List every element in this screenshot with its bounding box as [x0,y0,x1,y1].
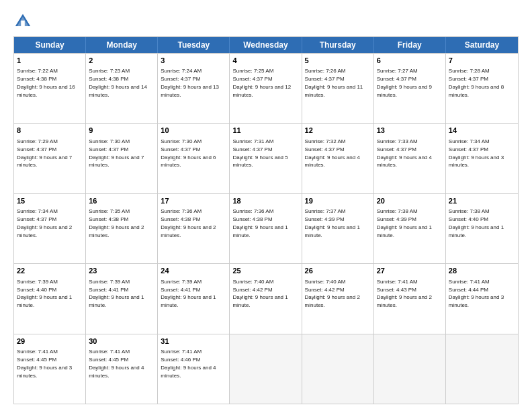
day-info: Sunrise: 7:39 AM Sunset: 4:41 PM Dayligh… [161,279,216,309]
calendar-cell-9: 9Sunrise: 7:30 AM Sunset: 4:37 PM Daylig… [86,124,158,193]
day-info: Sunrise: 7:28 AM Sunset: 4:37 PM Dayligh… [449,68,504,98]
calendar-cell-16: 16Sunrise: 7:35 AM Sunset: 4:38 PM Dayli… [86,194,158,263]
day-info: Sunrise: 7:41 AM Sunset: 4:45 PM Dayligh… [89,349,144,379]
day-number: 3 [161,56,226,66]
day-info: Sunrise: 7:35 AM Sunset: 4:38 PM Dayligh… [89,208,144,238]
calendar-row-2: 8Sunrise: 7:29 AM Sunset: 4:37 PM Daylig… [14,123,518,193]
calendar-cell-29: 29Sunrise: 7:41 AM Sunset: 4:45 PM Dayli… [14,334,86,404]
day-number: 18 [232,196,298,206]
calendar-row-4: 22Sunrise: 7:39 AM Sunset: 4:40 PM Dayli… [14,263,518,333]
header [13,12,519,31]
calendar-cell-4: 4Sunrise: 7:25 AM Sunset: 4:37 PM Daylig… [230,54,302,123]
calendar-cell-18: 18Sunrise: 7:36 AM Sunset: 4:38 PM Dayli… [230,194,302,263]
day-number: 4 [232,56,298,66]
day-number: 8 [17,126,83,136]
calendar-cell-17: 17Sunrise: 7:36 AM Sunset: 4:38 PM Dayli… [158,194,230,263]
weekday-header-friday: Friday [374,37,446,53]
calendar-cell-15: 15Sunrise: 7:34 AM Sunset: 4:37 PM Dayli… [14,194,86,263]
day-info: Sunrise: 7:41 AM Sunset: 4:46 PM Dayligh… [161,349,216,379]
calendar-body: 1Sunrise: 7:22 AM Sunset: 4:38 PM Daylig… [14,53,518,404]
day-number: 14 [449,126,515,136]
day-number: 16 [89,196,154,206]
calendar-cell-8: 8Sunrise: 7:29 AM Sunset: 4:37 PM Daylig… [14,124,86,193]
day-info: Sunrise: 7:31 AM Sunset: 4:37 PM Dayligh… [232,138,287,169]
weekday-header-thursday: Thursday [302,37,374,53]
weekday-header-saturday: Saturday [446,37,518,53]
day-info: Sunrise: 7:32 AM Sunset: 4:37 PM Dayligh… [305,138,360,169]
calendar: SundayMondayTuesdayWednesdayThursdayFrid… [13,36,519,404]
calendar-cell-11: 11Sunrise: 7:31 AM Sunset: 4:37 PM Dayli… [230,124,302,193]
day-info: Sunrise: 7:41 AM Sunset: 4:44 PM Dayligh… [449,279,504,309]
calendar-cell-27: 27Sunrise: 7:41 AM Sunset: 4:43 PM Dayli… [374,264,446,333]
day-number: 12 [305,126,371,136]
calendar-cell-6: 6Sunrise: 7:27 AM Sunset: 4:37 PM Daylig… [374,54,446,123]
day-number: 11 [232,126,298,136]
day-number: 22 [17,266,83,276]
day-info: Sunrise: 7:22 AM Sunset: 4:38 PM Dayligh… [17,68,75,98]
day-number: 19 [305,196,371,206]
calendar-cell-30: 30Sunrise: 7:41 AM Sunset: 4:45 PM Dayli… [86,334,158,404]
day-number: 6 [377,56,443,66]
day-number: 15 [17,196,83,206]
calendar-cell-31: 31Sunrise: 7:41 AM Sunset: 4:46 PM Dayli… [158,334,230,404]
calendar-cell-5: 5Sunrise: 7:26 AM Sunset: 4:37 PM Daylig… [302,54,374,123]
day-info: Sunrise: 7:26 AM Sunset: 4:37 PM Dayligh… [305,68,363,98]
day-number: 31 [161,336,226,347]
calendar-cell-23: 23Sunrise: 7:39 AM Sunset: 4:41 PM Dayli… [86,264,158,333]
day-info: Sunrise: 7:39 AM Sunset: 4:40 PM Dayligh… [17,279,72,309]
calendar-cell-20: 20Sunrise: 7:38 AM Sunset: 4:39 PM Dayli… [374,194,446,263]
day-info: Sunrise: 7:29 AM Sunset: 4:37 PM Dayligh… [17,138,72,169]
calendar-cell-1: 1Sunrise: 7:22 AM Sunset: 4:38 PM Daylig… [14,54,86,123]
day-number: 29 [17,336,83,347]
day-info: Sunrise: 7:37 AM Sunset: 4:39 PM Dayligh… [305,208,360,238]
day-info: Sunrise: 7:34 AM Sunset: 4:37 PM Dayligh… [449,138,504,169]
calendar-cell-empty [374,334,446,404]
day-number: 26 [305,266,371,276]
day-number: 10 [161,126,226,136]
calendar-cell-14: 14Sunrise: 7:34 AM Sunset: 4:37 PM Dayli… [446,124,518,193]
day-number: 7 [449,56,515,66]
day-info: Sunrise: 7:33 AM Sunset: 4:37 PM Dayligh… [377,138,432,169]
calendar-cell-13: 13Sunrise: 7:33 AM Sunset: 4:37 PM Dayli… [374,124,446,193]
page: SundayMondayTuesdayWednesdayThursdayFrid… [0,0,532,411]
day-info: Sunrise: 7:34 AM Sunset: 4:37 PM Dayligh… [17,208,72,238]
day-number: 2 [89,56,154,66]
calendar-cell-26: 26Sunrise: 7:40 AM Sunset: 4:42 PM Dayli… [302,264,374,333]
weekday-header-monday: Monday [86,37,158,53]
day-number: 30 [89,336,154,347]
day-info: Sunrise: 7:27 AM Sunset: 4:37 PM Dayligh… [377,68,432,98]
logo [13,12,35,31]
calendar-cell-10: 10Sunrise: 7:30 AM Sunset: 4:37 PM Dayli… [158,124,230,193]
calendar-row-1: 1Sunrise: 7:22 AM Sunset: 4:38 PM Daylig… [14,53,518,123]
day-info: Sunrise: 7:30 AM Sunset: 4:37 PM Dayligh… [89,138,144,169]
calendar-cell-empty [302,334,374,404]
calendar-cell-22: 22Sunrise: 7:39 AM Sunset: 4:40 PM Dayli… [14,264,86,333]
day-number: 5 [305,56,371,66]
day-info: Sunrise: 7:25 AM Sunset: 4:37 PM Dayligh… [232,68,291,98]
day-number: 27 [377,266,443,276]
calendar-row-5: 29Sunrise: 7:41 AM Sunset: 4:45 PM Dayli… [14,334,518,404]
day-number: 17 [161,196,226,206]
day-info: Sunrise: 7:38 AM Sunset: 4:40 PM Dayligh… [449,208,504,238]
day-number: 25 [232,266,298,276]
calendar-header: SundayMondayTuesdayWednesdayThursdayFrid… [14,37,518,53]
day-number: 9 [89,126,154,136]
calendar-cell-25: 25Sunrise: 7:40 AM Sunset: 4:42 PM Dayli… [230,264,302,333]
day-number: 23 [89,266,154,276]
day-info: Sunrise: 7:36 AM Sunset: 4:38 PM Dayligh… [161,208,216,238]
day-info: Sunrise: 7:41 AM Sunset: 4:45 PM Dayligh… [17,349,72,379]
day-number: 24 [161,266,226,276]
day-info: Sunrise: 7:40 AM Sunset: 4:42 PM Dayligh… [232,279,287,309]
day-info: Sunrise: 7:23 AM Sunset: 4:38 PM Dayligh… [89,68,147,98]
calendar-cell-empty [230,334,302,404]
calendar-cell-12: 12Sunrise: 7:32 AM Sunset: 4:37 PM Dayli… [302,124,374,193]
day-number: 20 [377,196,443,206]
day-number: 28 [449,266,515,276]
calendar-cell-19: 19Sunrise: 7:37 AM Sunset: 4:39 PM Dayli… [302,194,374,263]
weekday-header-sunday: Sunday [14,37,86,53]
calendar-cell-24: 24Sunrise: 7:39 AM Sunset: 4:41 PM Dayli… [158,264,230,333]
calendar-cell-2: 2Sunrise: 7:23 AM Sunset: 4:38 PM Daylig… [86,54,158,123]
day-info: Sunrise: 7:24 AM Sunset: 4:37 PM Dayligh… [161,68,219,98]
day-info: Sunrise: 7:39 AM Sunset: 4:41 PM Dayligh… [89,279,144,309]
calendar-cell-empty [446,334,518,404]
